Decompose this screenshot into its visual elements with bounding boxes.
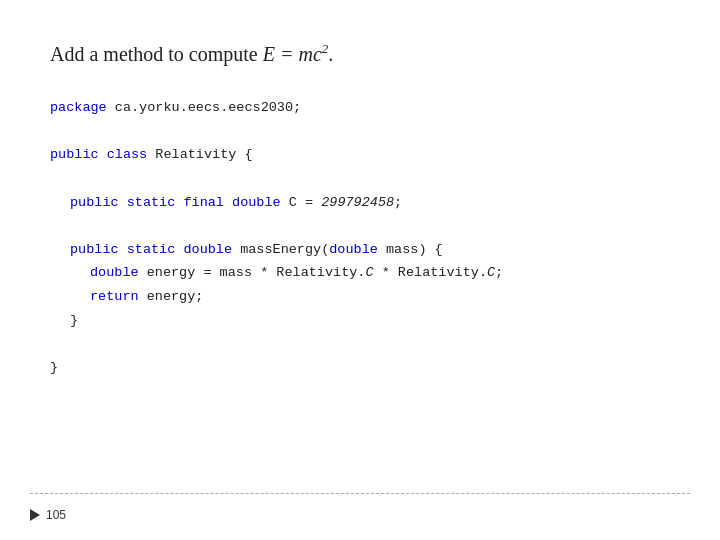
plain-text: } <box>50 360 58 375</box>
code-line: public class Relativity { <box>50 143 670 167</box>
plain-text: energy = mass * Relativity. <box>139 265 366 280</box>
plain-text <box>119 195 127 210</box>
keyword: double <box>183 242 232 257</box>
slide-title: Add a method to compute E = mc2. <box>50 40 670 68</box>
keyword: public <box>70 195 119 210</box>
title-text-before: Add a method to compute <box>50 43 263 65</box>
keyword: package <box>50 100 107 115</box>
code-line: return energy; <box>50 285 670 309</box>
code-line: } <box>50 309 670 333</box>
plain-text: energy; <box>139 289 204 304</box>
keyword: public <box>70 242 119 257</box>
keyword: public <box>50 147 99 162</box>
plain-text: Relativity { <box>147 147 252 162</box>
code-line <box>50 214 670 238</box>
slide-number-area: 105 <box>30 508 66 522</box>
keyword: double <box>90 265 139 280</box>
plain-text <box>99 147 107 162</box>
title-area: Add a method to compute E = mc2. <box>50 40 670 68</box>
keyword: final <box>183 195 224 210</box>
code-line: } <box>50 356 670 380</box>
play-arrow-icon <box>30 509 40 521</box>
title-math: E = mc2 <box>263 43 329 65</box>
plain-text <box>119 242 127 257</box>
code-line: package ca.yorku.eecs.eecs2030; <box>50 96 670 120</box>
keyword: static <box>127 195 176 210</box>
plain-text: ; <box>495 265 503 280</box>
code-line: public static double massEnergy(double m… <box>50 238 670 262</box>
plain-text <box>224 195 232 210</box>
keyword: double <box>329 242 378 257</box>
plain-text: massEnergy( <box>232 242 329 257</box>
code-line <box>50 332 670 356</box>
plain-text: mass) { <box>378 242 443 257</box>
code-line: double energy = mass * Relativity.C * Re… <box>50 261 670 285</box>
keyword: class <box>107 147 148 162</box>
plain-text: * Relativity. <box>374 265 487 280</box>
title-period: . <box>328 43 333 65</box>
keyword: static <box>127 242 176 257</box>
slide-container: Add a method to compute E = mc2. package… <box>0 0 720 540</box>
plain-text: } <box>70 313 78 328</box>
code-line <box>50 120 670 144</box>
plain-text: ca.yorku.eecs.eecs2030; <box>107 100 301 115</box>
italic-text: 299792458 <box>321 195 394 210</box>
keyword: return <box>90 289 139 304</box>
plain-text: ; <box>394 195 402 210</box>
code-line <box>50 167 670 191</box>
plain-text: C = <box>281 195 322 210</box>
italic-text: C <box>365 265 373 280</box>
slide-number: 105 <box>46 508 66 522</box>
bottom-divider <box>30 493 690 494</box>
keyword: double <box>232 195 281 210</box>
code-line: public static final double C = 299792458… <box>50 191 670 215</box>
italic-text: C <box>487 265 495 280</box>
code-block: package ca.yorku.eecs.eecs2030; public c… <box>50 96 670 380</box>
